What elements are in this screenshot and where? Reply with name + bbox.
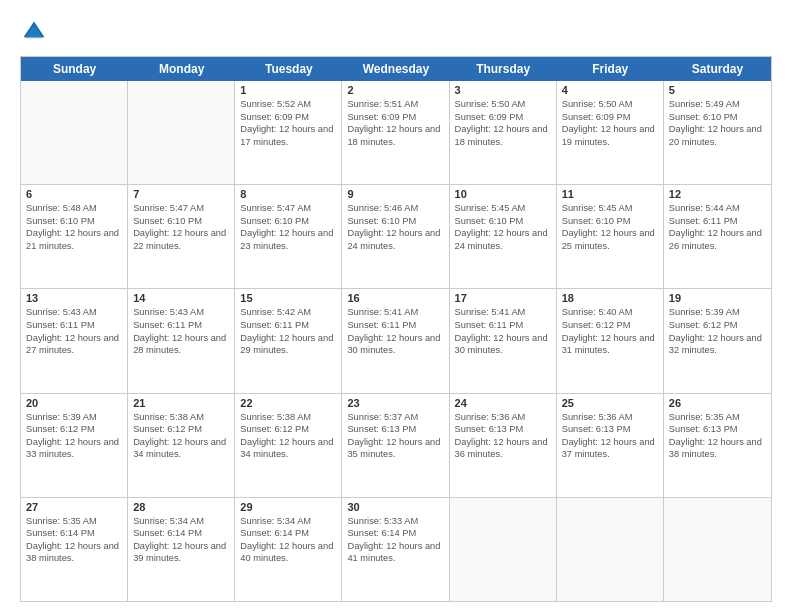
calendar-row: 6Sunrise: 5:48 AM Sunset: 6:10 PM Daylig… [21, 185, 771, 289]
day-number: 3 [455, 84, 551, 96]
page: SundayMondayTuesdayWednesdayThursdayFrid… [0, 0, 792, 612]
calendar-day-cell: 27Sunrise: 5:35 AM Sunset: 6:14 PM Dayli… [21, 498, 128, 601]
day-number: 27 [26, 501, 122, 513]
day-number: 4 [562, 84, 658, 96]
calendar-day-cell: 17Sunrise: 5:41 AM Sunset: 6:11 PM Dayli… [450, 289, 557, 392]
day-number: 25 [562, 397, 658, 409]
day-info: Sunrise: 5:42 AM Sunset: 6:11 PM Dayligh… [240, 306, 336, 356]
calendar-day-cell: 26Sunrise: 5:35 AM Sunset: 6:13 PM Dayli… [664, 394, 771, 497]
day-info: Sunrise: 5:34 AM Sunset: 6:14 PM Dayligh… [240, 515, 336, 565]
calendar-row: 13Sunrise: 5:43 AM Sunset: 6:11 PM Dayli… [21, 289, 771, 393]
day-info: Sunrise: 5:46 AM Sunset: 6:10 PM Dayligh… [347, 202, 443, 252]
header [20, 18, 772, 46]
calendar-day-cell: 9Sunrise: 5:46 AM Sunset: 6:10 PM Daylig… [342, 185, 449, 288]
day-number: 12 [669, 188, 766, 200]
day-number: 11 [562, 188, 658, 200]
day-info: Sunrise: 5:45 AM Sunset: 6:10 PM Dayligh… [455, 202, 551, 252]
day-info: Sunrise: 5:44 AM Sunset: 6:11 PM Dayligh… [669, 202, 766, 252]
day-info: Sunrise: 5:45 AM Sunset: 6:10 PM Dayligh… [562, 202, 658, 252]
day-info: Sunrise: 5:43 AM Sunset: 6:11 PM Dayligh… [26, 306, 122, 356]
day-info: Sunrise: 5:47 AM Sunset: 6:10 PM Dayligh… [240, 202, 336, 252]
empty-cell [21, 81, 128, 184]
day-number: 13 [26, 292, 122, 304]
day-info: Sunrise: 5:38 AM Sunset: 6:12 PM Dayligh… [133, 411, 229, 461]
day-info: Sunrise: 5:50 AM Sunset: 6:09 PM Dayligh… [562, 98, 658, 148]
empty-cell [664, 498, 771, 601]
calendar-day-cell: 2Sunrise: 5:51 AM Sunset: 6:09 PM Daylig… [342, 81, 449, 184]
day-number: 17 [455, 292, 551, 304]
day-number: 1 [240, 84, 336, 96]
calendar-day-cell: 21Sunrise: 5:38 AM Sunset: 6:12 PM Dayli… [128, 394, 235, 497]
day-info: Sunrise: 5:51 AM Sunset: 6:09 PM Dayligh… [347, 98, 443, 148]
day-number: 22 [240, 397, 336, 409]
day-info: Sunrise: 5:47 AM Sunset: 6:10 PM Dayligh… [133, 202, 229, 252]
day-of-week-header: Wednesday [342, 57, 449, 81]
empty-cell [557, 498, 664, 601]
day-info: Sunrise: 5:49 AM Sunset: 6:10 PM Dayligh… [669, 98, 766, 148]
calendar-row: 27Sunrise: 5:35 AM Sunset: 6:14 PM Dayli… [21, 498, 771, 601]
calendar-day-cell: 12Sunrise: 5:44 AM Sunset: 6:11 PM Dayli… [664, 185, 771, 288]
day-info: Sunrise: 5:35 AM Sunset: 6:14 PM Dayligh… [26, 515, 122, 565]
calendar-day-cell: 8Sunrise: 5:47 AM Sunset: 6:10 PM Daylig… [235, 185, 342, 288]
day-info: Sunrise: 5:39 AM Sunset: 6:12 PM Dayligh… [669, 306, 766, 356]
empty-cell [450, 498, 557, 601]
calendar-day-cell: 30Sunrise: 5:33 AM Sunset: 6:14 PM Dayli… [342, 498, 449, 601]
day-number: 5 [669, 84, 766, 96]
day-number: 28 [133, 501, 229, 513]
calendar-day-cell: 1Sunrise: 5:52 AM Sunset: 6:09 PM Daylig… [235, 81, 342, 184]
day-info: Sunrise: 5:35 AM Sunset: 6:13 PM Dayligh… [669, 411, 766, 461]
day-number: 29 [240, 501, 336, 513]
calendar-day-cell: 13Sunrise: 5:43 AM Sunset: 6:11 PM Dayli… [21, 289, 128, 392]
day-info: Sunrise: 5:43 AM Sunset: 6:11 PM Dayligh… [133, 306, 229, 356]
calendar-day-cell: 25Sunrise: 5:36 AM Sunset: 6:13 PM Dayli… [557, 394, 664, 497]
day-of-week-header: Friday [557, 57, 664, 81]
empty-cell [128, 81, 235, 184]
calendar-day-cell: 18Sunrise: 5:40 AM Sunset: 6:12 PM Dayli… [557, 289, 664, 392]
calendar-day-cell: 10Sunrise: 5:45 AM Sunset: 6:10 PM Dayli… [450, 185, 557, 288]
day-number: 6 [26, 188, 122, 200]
day-info: Sunrise: 5:33 AM Sunset: 6:14 PM Dayligh… [347, 515, 443, 565]
calendar-row: 20Sunrise: 5:39 AM Sunset: 6:12 PM Dayli… [21, 394, 771, 498]
calendar-day-cell: 4Sunrise: 5:50 AM Sunset: 6:09 PM Daylig… [557, 81, 664, 184]
day-number: 10 [455, 188, 551, 200]
day-number: 7 [133, 188, 229, 200]
calendar-day-cell: 3Sunrise: 5:50 AM Sunset: 6:09 PM Daylig… [450, 81, 557, 184]
day-info: Sunrise: 5:52 AM Sunset: 6:09 PM Dayligh… [240, 98, 336, 148]
day-of-week-header: Saturday [664, 57, 771, 81]
day-number: 24 [455, 397, 551, 409]
day-number: 8 [240, 188, 336, 200]
calendar-day-cell: 5Sunrise: 5:49 AM Sunset: 6:10 PM Daylig… [664, 81, 771, 184]
calendar-day-cell: 16Sunrise: 5:41 AM Sunset: 6:11 PM Dayli… [342, 289, 449, 392]
day-number: 15 [240, 292, 336, 304]
day-info: Sunrise: 5:40 AM Sunset: 6:12 PM Dayligh… [562, 306, 658, 356]
day-of-week-header: Tuesday [235, 57, 342, 81]
day-info: Sunrise: 5:41 AM Sunset: 6:11 PM Dayligh… [455, 306, 551, 356]
day-info: Sunrise: 5:37 AM Sunset: 6:13 PM Dayligh… [347, 411, 443, 461]
day-number: 20 [26, 397, 122, 409]
day-number: 16 [347, 292, 443, 304]
calendar: SundayMondayTuesdayWednesdayThursdayFrid… [20, 56, 772, 602]
calendar-day-cell: 19Sunrise: 5:39 AM Sunset: 6:12 PM Dayli… [664, 289, 771, 392]
day-number: 14 [133, 292, 229, 304]
day-of-week-header: Sunday [21, 57, 128, 81]
day-number: 19 [669, 292, 766, 304]
logo [20, 18, 52, 46]
logo-icon [20, 18, 48, 46]
calendar-day-cell: 22Sunrise: 5:38 AM Sunset: 6:12 PM Dayli… [235, 394, 342, 497]
calendar-day-cell: 24Sunrise: 5:36 AM Sunset: 6:13 PM Dayli… [450, 394, 557, 497]
day-info: Sunrise: 5:34 AM Sunset: 6:14 PM Dayligh… [133, 515, 229, 565]
day-info: Sunrise: 5:36 AM Sunset: 6:13 PM Dayligh… [562, 411, 658, 461]
calendar-row: 1Sunrise: 5:52 AM Sunset: 6:09 PM Daylig… [21, 81, 771, 185]
calendar-day-cell: 6Sunrise: 5:48 AM Sunset: 6:10 PM Daylig… [21, 185, 128, 288]
day-of-week-header: Monday [128, 57, 235, 81]
day-number: 9 [347, 188, 443, 200]
day-info: Sunrise: 5:50 AM Sunset: 6:09 PM Dayligh… [455, 98, 551, 148]
day-info: Sunrise: 5:36 AM Sunset: 6:13 PM Dayligh… [455, 411, 551, 461]
calendar-day-cell: 7Sunrise: 5:47 AM Sunset: 6:10 PM Daylig… [128, 185, 235, 288]
calendar-header: SundayMondayTuesdayWednesdayThursdayFrid… [21, 57, 771, 81]
day-of-week-header: Thursday [450, 57, 557, 81]
calendar-day-cell: 20Sunrise: 5:39 AM Sunset: 6:12 PM Dayli… [21, 394, 128, 497]
calendar-day-cell: 14Sunrise: 5:43 AM Sunset: 6:11 PM Dayli… [128, 289, 235, 392]
day-number: 18 [562, 292, 658, 304]
calendar-day-cell: 11Sunrise: 5:45 AM Sunset: 6:10 PM Dayli… [557, 185, 664, 288]
